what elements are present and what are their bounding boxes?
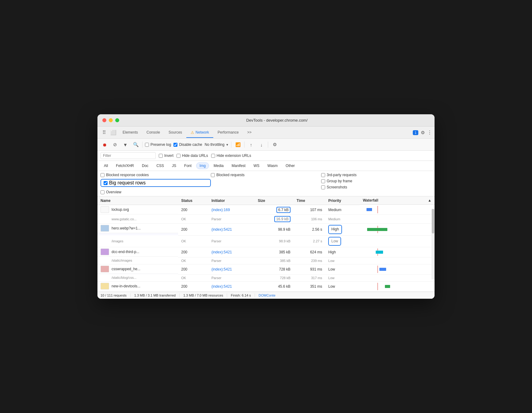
resource-name: hero.webp?w=1...: [112, 226, 141, 230]
initiator-link[interactable]: (index):5421: [211, 267, 232, 271]
tab-elements[interactable]: Elements: [118, 128, 142, 138]
filter-icon[interactable]: ▼: [121, 141, 129, 149]
inspector-icon[interactable]: ⠿: [100, 128, 108, 137]
invert-checkbox[interactable]: [159, 154, 163, 158]
size-sub: 16.9 kB: [274, 216, 291, 222]
col-waterfall[interactable]: Waterfall ▲: [360, 196, 435, 205]
hide-data-urls-option[interactable]: Hide data URLs: [177, 153, 208, 158]
status-sub: OK: [181, 259, 186, 263]
search-icon[interactable]: 🔍: [132, 141, 140, 149]
col-time[interactable]: Time: [294, 196, 325, 205]
type-filter-other[interactable]: Other: [282, 162, 298, 169]
resource-url: www.gstatic.co...: [101, 217, 137, 221]
col-priority[interactable]: Priority: [325, 196, 360, 205]
group-by-frame-option[interactable]: Group by frame: [321, 179, 431, 183]
col-size[interactable]: Size: [255, 196, 294, 205]
blocked-cookies-option[interactable]: Blocked response cookies: [101, 173, 211, 177]
status-bar: 10 / 111 requests 1.3 MB / 3.1 MB transf…: [97, 292, 435, 299]
tab-network[interactable]: ⚠ Network: [186, 128, 213, 138]
type-filter-css[interactable]: CSS: [153, 162, 167, 169]
tab-console[interactable]: Console: [142, 128, 164, 138]
export-har-icon[interactable]: ↓: [257, 141, 265, 149]
separator-2: [231, 142, 231, 148]
minimize-button[interactable]: [109, 118, 113, 122]
overview-checkbox[interactable]: [101, 190, 104, 194]
resource-url: /static/blog/css...: [101, 276, 136, 279]
tab-sources[interactable]: Sources: [164, 128, 186, 138]
resource-name: dcc-end-third-p...: [112, 250, 139, 254]
table-row[interactable]: csswrapped_he... 200(index):5421728 kB93…: [97, 264, 435, 274]
col-initiator[interactable]: Initiator: [208, 196, 255, 205]
status-sub: OK: [181, 276, 186, 280]
third-party-option[interactable]: 3rd-party requests: [321, 173, 431, 177]
priority-sub: Low: [328, 237, 341, 246]
waterfall-bar: [363, 206, 400, 213]
throttle-select[interactable]: No throttling ▼: [205, 142, 229, 147]
network-settings-icon[interactable]: ⚙: [271, 141, 279, 149]
type-filter-all[interactable]: All: [101, 162, 111, 169]
initiator-link[interactable]: (index):169: [211, 208, 230, 212]
big-request-rows-checkbox[interactable]: [104, 181, 108, 185]
initiator-link[interactable]: (index):5421: [211, 284, 232, 289]
blocked-requests-option[interactable]: Blocked requests: [211, 173, 321, 177]
disable-cache-label[interactable]: Disable cache: [173, 142, 202, 147]
group-by-frame-checkbox[interactable]: [321, 179, 325, 183]
extra-col-right: 3rd-party requests Group by frame Screen…: [321, 173, 431, 189]
table-row[interactable]: new-in-devtools... 200(index):542145.6 k…: [97, 281, 435, 291]
import-har-icon[interactable]: ↑: [247, 141, 255, 149]
notification-badge[interactable]: 1: [413, 130, 418, 135]
invert-option[interactable]: Invert: [159, 153, 173, 158]
maximize-button[interactable]: [115, 118, 119, 122]
overview-option[interactable]: Overview: [101, 190, 211, 194]
waterfall-line: [378, 206, 378, 213]
type-filter-doc[interactable]: Doc: [139, 162, 152, 169]
waterfall-request-bar: [379, 268, 386, 271]
initiator-link[interactable]: (index):5421: [211, 227, 232, 232]
preserve-log-label[interactable]: Preserve log: [145, 142, 171, 147]
type-filter-fetch[interactable]: Fetch/XHR: [112, 162, 137, 169]
type-filter-wasm[interactable]: Wasm: [264, 162, 281, 169]
type-filter-media[interactable]: Media: [210, 162, 227, 169]
big-request-rows-option[interactable]: Big request rows: [101, 179, 211, 187]
more-options-icon[interactable]: ⋮: [427, 130, 432, 135]
table-row-sub: /static/imagesOKParser385 kB239 msLow: [97, 257, 435, 264]
blocked-requests-checkbox[interactable]: [211, 173, 215, 177]
preserve-log-checkbox[interactable]: [145, 143, 149, 147]
screenshots-checkbox[interactable]: [321, 185, 325, 189]
disable-cache-checkbox[interactable]: [173, 143, 177, 147]
type-filter-manifest[interactable]: Manifest: [228, 162, 249, 169]
table-row[interactable]: hero.webp?w=1... 200(index):542198.9 kB2…: [97, 224, 435, 235]
stop-recording-button[interactable]: ⏺: [101, 141, 108, 149]
clear-button[interactable]: ⊘: [111, 141, 119, 149]
hide-extension-urls-option[interactable]: Hide extension URLs: [211, 153, 251, 158]
type-filter-img[interactable]: Img: [196, 162, 209, 169]
blocked-cookies-checkbox[interactable]: [101, 173, 104, 177]
network-conditions-icon[interactable]: 📶: [234, 141, 242, 149]
filter-input[interactable]: [103, 153, 153, 158]
type-filter-font[interactable]: Font: [181, 162, 195, 169]
hide-data-urls-checkbox[interactable]: [177, 154, 180, 158]
settings-icon[interactable]: ⚙: [421, 130, 425, 135]
transferred-size: 1.3 MB / 3.1 MB transferred: [131, 294, 180, 297]
type-filter-js[interactable]: JS: [169, 162, 180, 169]
col-name[interactable]: Name: [97, 196, 178, 205]
table-row[interactable]: lockup.svg 200(index):1696.7 kB107 msMed…: [97, 205, 435, 215]
time-sub: 106 ms: [311, 217, 322, 221]
scrollbar[interactable]: [431, 209, 435, 279]
status-code: 200: [181, 267, 187, 271]
status-code: 200: [181, 284, 187, 289]
col-status[interactable]: Status: [178, 196, 208, 205]
time-value: 931 ms: [310, 267, 322, 271]
initiator-link[interactable]: (index):5421: [211, 250, 232, 254]
third-party-checkbox[interactable]: [321, 173, 325, 177]
scrollbar-thumb[interactable]: [432, 209, 434, 233]
waterfall-bar: [363, 266, 400, 273]
hide-extension-urls-checkbox[interactable]: [211, 154, 215, 158]
screenshots-option[interactable]: Screenshots: [321, 185, 431, 189]
table-row[interactable]: dcc-end-third-p... 200(index):5421385 kB…: [97, 247, 435, 257]
tab-performance[interactable]: Performance: [213, 128, 243, 138]
type-filter-ws[interactable]: WS: [250, 162, 263, 169]
close-button[interactable]: [102, 118, 106, 122]
device-icon[interactable]: ⬜: [109, 128, 118, 137]
more-tabs-button[interactable]: >>: [243, 128, 256, 138]
